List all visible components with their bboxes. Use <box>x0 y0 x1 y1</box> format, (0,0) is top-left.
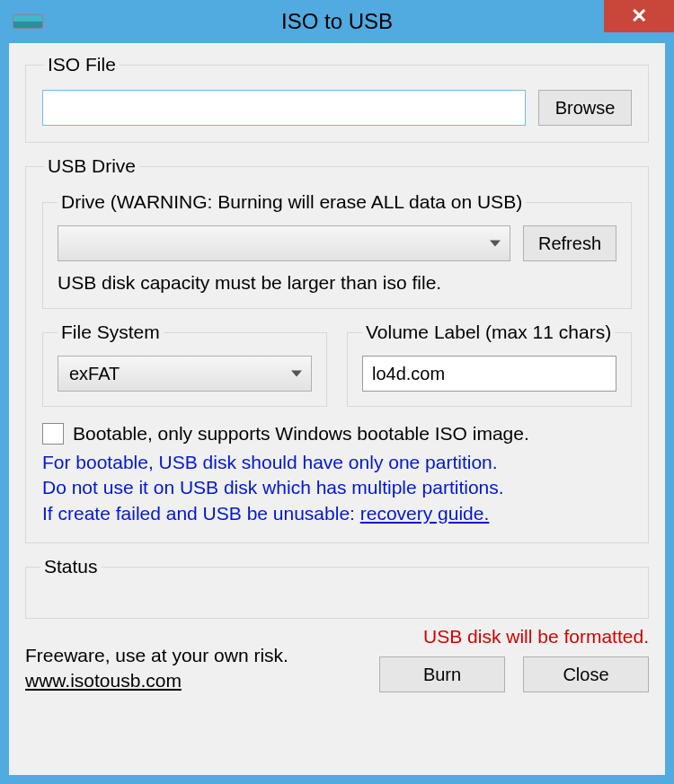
client-area: ISO File Browse USB Drive Drive (WARNING… <box>9 43 665 775</box>
footer: Freeware, use at your own risk. www.isot… <box>25 626 649 692</box>
drive-group: Drive (WARNING: Burning will erase ALL d… <box>42 191 632 309</box>
capacity-note: USB disk capacity must be larger than is… <box>58 272 616 294</box>
hint-line-1: For bootable, USB disk should have only … <box>42 450 632 475</box>
iso-file-legend: ISO File <box>44 54 120 75</box>
close-icon: ✕ <box>631 4 647 28</box>
volume-label-input[interactable] <box>362 356 616 392</box>
chevron-down-icon <box>490 241 501 247</box>
status-legend: Status <box>40 556 102 577</box>
chevron-down-icon <box>291 371 302 377</box>
browse-button[interactable]: Browse <box>538 90 632 126</box>
hint-line-3: If create failed and USB be unusable: re… <box>42 501 632 526</box>
freeware-text: Freeware, use at your own risk. <box>25 643 288 667</box>
drive-combo[interactable] <box>58 225 510 261</box>
footer-left: Freeware, use at your own risk. www.isot… <box>25 643 288 692</box>
drive-legend: Drive (WARNING: Burning will erase ALL d… <box>58 191 526 213</box>
titlebar[interactable]: ISO to USB ✕ <box>0 0 674 43</box>
usb-drive-legend: USB Drive <box>44 155 139 177</box>
refresh-button[interactable]: Refresh <box>523 225 616 261</box>
bootable-checkbox[interactable] <box>42 423 64 445</box>
file-system-group: File System exFAT <box>42 322 327 407</box>
iso-file-input[interactable] <box>42 90 526 126</box>
usb-drive-group: USB Drive Drive (WARNING: Burning will e… <box>25 155 649 543</box>
file-system-combo[interactable]: exFAT <box>58 356 312 392</box>
burn-button[interactable]: Burn <box>379 656 505 692</box>
close-button[interactable]: Close <box>523 656 649 692</box>
format-warning: USB disk will be formatted. <box>379 626 649 647</box>
file-system-legend: File System <box>58 322 164 343</box>
hint-line-2: Do not use it on USB disk which has mult… <box>42 475 632 500</box>
site-link[interactable]: www.isotousb.com <box>25 670 182 691</box>
volume-label-group: Volume Label (max 11 chars) <box>347 322 632 407</box>
window-title: ISO to USB <box>0 9 674 34</box>
app-window: ISO to USB ✕ ISO File Browse USB Drive D… <box>0 0 674 784</box>
file-system-selected: exFAT <box>69 364 120 384</box>
iso-file-group: ISO File Browse <box>25 54 649 143</box>
bootable-label: Bootable, only supports Windows bootable… <box>73 423 529 445</box>
window-close-button[interactable]: ✕ <box>604 0 674 32</box>
status-group: Status <box>25 556 649 619</box>
volume-label-legend: Volume Label (max 11 chars) <box>362 322 615 343</box>
recovery-guide-link[interactable]: recovery guide. <box>360 503 490 524</box>
bootable-hint: For bootable, USB disk should have only … <box>42 450 632 526</box>
